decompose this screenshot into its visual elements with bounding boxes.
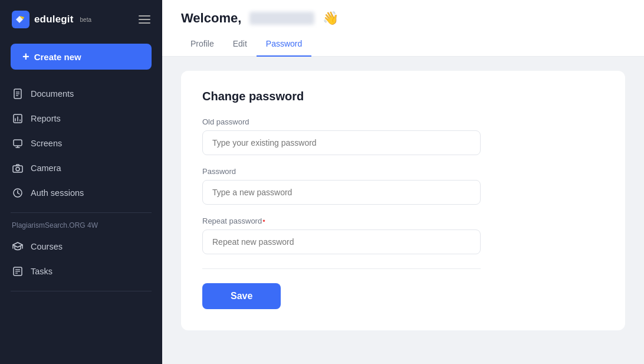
app-name: edulegit xyxy=(34,14,74,25)
card-title: Change password xyxy=(202,90,604,103)
welcome-row: Welcome, 👋 xyxy=(181,11,625,26)
camera-icon xyxy=(12,162,24,174)
page-content: Change password Old password Password Re… xyxy=(162,57,644,364)
create-new-label: Create new xyxy=(34,52,81,62)
clock-icon xyxy=(12,187,24,199)
plus-icon: + xyxy=(22,51,29,63)
sidebar-item-tasks[interactable]: Tasks xyxy=(0,259,162,284)
svg-line-16 xyxy=(18,193,19,194)
repeat-password-input[interactable] xyxy=(202,229,481,254)
hamburger-button[interactable] xyxy=(139,15,150,24)
screens-icon xyxy=(12,137,24,149)
document-icon xyxy=(12,88,24,100)
svg-point-13 xyxy=(16,168,19,171)
tasks-icon xyxy=(12,265,24,277)
change-password-card: Change password Old password Password Re… xyxy=(181,71,625,330)
sidebar: edulegitbeta + Create new Documents Repo… xyxy=(0,0,162,364)
svg-rect-9 xyxy=(14,140,22,146)
wave-emoji: 👋 xyxy=(323,11,339,26)
logo-area: edulegitbeta xyxy=(12,11,91,28)
tab-edit[interactable]: Edit xyxy=(224,34,257,57)
create-new-button[interactable]: + Create new xyxy=(11,44,152,70)
sidebar-item-camera[interactable]: Camera xyxy=(0,156,162,181)
sidebar-item-reports[interactable]: Reports xyxy=(0,106,162,131)
sidebar-item-documents[interactable]: Documents xyxy=(0,81,162,106)
old-password-input[interactable] xyxy=(202,130,481,155)
save-button[interactable]: Save xyxy=(202,283,281,309)
new-password-group: Password xyxy=(202,167,604,205)
svg-rect-12 xyxy=(13,166,22,172)
old-password-group: Old password xyxy=(202,117,604,155)
reports-icon xyxy=(12,113,24,124)
sidebar-item-tasks-label: Tasks xyxy=(31,267,52,276)
tab-password[interactable]: Password xyxy=(257,34,311,57)
sidebar-section-label: PlagiarismSearch.ORG 4W xyxy=(0,218,162,232)
courses-icon xyxy=(12,241,24,252)
sidebar-item-courses[interactable]: Courses xyxy=(0,234,162,259)
welcome-prefix: Welcome, xyxy=(181,11,241,26)
top-bar: Welcome, 👋 Profile Edit Password xyxy=(162,0,644,57)
sidebar-item-screens-label: Screens xyxy=(31,139,62,148)
section-nav: Courses Tasks xyxy=(0,232,162,286)
sidebar-item-auth-sessions-label: Auth sessions xyxy=(31,188,84,198)
sidebar-item-screens[interactable]: Screens xyxy=(0,131,162,156)
sidebar-item-courses-label: Courses xyxy=(31,242,63,251)
repeat-password-label: Repeat password• xyxy=(202,217,604,225)
main-content: Welcome, 👋 Profile Edit Password Change … xyxy=(162,0,644,364)
sidebar-divider-1 xyxy=(11,212,152,213)
form-divider xyxy=(202,268,481,269)
old-password-label: Old password xyxy=(202,117,604,126)
sidebar-divider-2 xyxy=(11,291,152,291)
tab-profile[interactable]: Profile xyxy=(181,34,224,57)
sidebar-item-camera-label: Camera xyxy=(31,163,61,173)
repeat-password-group: Repeat password• xyxy=(202,217,604,254)
beta-badge: beta xyxy=(80,17,91,23)
sidebar-item-documents-label: Documents xyxy=(31,89,74,99)
profile-tabs: Profile Edit Password xyxy=(181,34,625,56)
main-nav: Documents Reports Screens Camera Auth se… xyxy=(0,79,162,208)
sidebar-item-auth-sessions[interactable]: Auth sessions xyxy=(0,181,162,205)
logo-icon xyxy=(12,11,29,28)
new-password-input[interactable] xyxy=(202,180,481,205)
sidebar-header: edulegitbeta xyxy=(0,0,162,39)
new-password-label: Password xyxy=(202,167,604,176)
sidebar-item-reports-label: Reports xyxy=(31,114,61,123)
username-blur xyxy=(249,12,314,25)
required-indicator: • xyxy=(262,217,265,225)
